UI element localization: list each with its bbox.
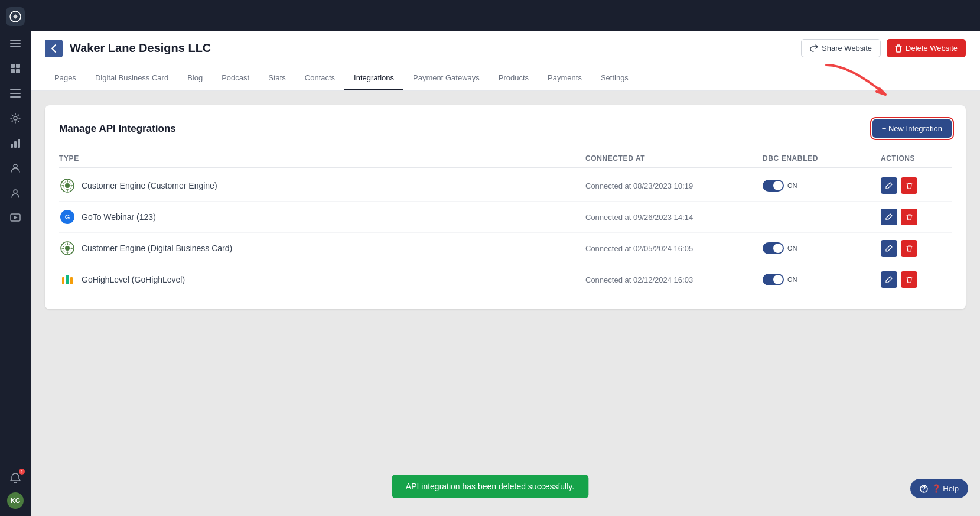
dbc-toggle-1: ON bbox=[763, 180, 881, 192]
edit-button-4[interactable] bbox=[881, 271, 897, 288]
sidebar-item-analytics[interactable] bbox=[5, 132, 26, 154]
new-integration-button[interactable]: + New Integration bbox=[872, 119, 952, 138]
dbc-toggle-4: ON bbox=[763, 274, 881, 285]
toggle-4[interactable] bbox=[763, 274, 784, 285]
sidebar: 1 KG bbox=[0, 0, 31, 516]
topbar bbox=[31, 0, 980, 31]
svg-rect-7 bbox=[16, 69, 20, 73]
delete-website-button[interactable]: Delete Website bbox=[887, 39, 966, 57]
sidebar-item-users[interactable] bbox=[5, 157, 26, 179]
actions-4 bbox=[881, 271, 952, 288]
sidebar-item-dashboard[interactable] bbox=[5, 58, 26, 79]
menu-toggle[interactable] bbox=[6, 34, 24, 52]
page-title: Waker Lane Designs LLC bbox=[70, 41, 801, 55]
edit-button-1[interactable] bbox=[881, 177, 897, 194]
actions-1 bbox=[881, 177, 952, 194]
col-connected-at: Connected At bbox=[585, 154, 763, 163]
svg-rect-14 bbox=[18, 139, 20, 148]
connected-at-1: Connected at 08/23/2023 10:19 bbox=[585, 181, 763, 190]
integration-name: Customer Engine (Customer Engine) bbox=[59, 177, 585, 194]
sidebar-item-media[interactable] bbox=[5, 207, 26, 228]
tab-digital-business-card[interactable]: Digital Business Card bbox=[86, 66, 178, 90]
page-area: Waker Lane Designs LLC Share Website Del… bbox=[31, 31, 980, 516]
svg-point-15 bbox=[14, 164, 17, 168]
col-dbc-enabled: DBC Enabled bbox=[763, 154, 881, 163]
tab-integrations[interactable]: Integrations bbox=[344, 66, 403, 90]
customer-engine-dbc-icon bbox=[59, 240, 76, 257]
tab-settings[interactable]: Settings bbox=[591, 66, 638, 90]
tab-payment-gateways[interactable]: Payment Gateways bbox=[403, 66, 489, 90]
tab-products[interactable]: Products bbox=[489, 66, 538, 90]
svg-rect-5 bbox=[16, 64, 20, 68]
actions-3 bbox=[881, 240, 952, 257]
edit-button-3[interactable] bbox=[881, 240, 897, 257]
svg-point-29 bbox=[923, 491, 924, 491]
card-title: Manage API Integrations bbox=[59, 123, 176, 135]
help-button[interactable]: ❓ Help bbox=[910, 479, 968, 498]
toggle-1[interactable] bbox=[763, 180, 784, 192]
nav-tabs: Pages Digital Business Card Blog Podcast… bbox=[31, 66, 980, 91]
svg-rect-6 bbox=[11, 69, 15, 73]
svg-point-11 bbox=[14, 116, 17, 120]
main-area: Waker Lane Designs LLC Share Website Del… bbox=[31, 0, 980, 516]
svg-rect-4 bbox=[11, 64, 15, 68]
sidebar-item-profile[interactable] bbox=[5, 182, 26, 203]
table-row: Customer Engine (Customer Engine) Connec… bbox=[59, 170, 952, 202]
notifications-icon[interactable]: 1 bbox=[5, 468, 26, 489]
svg-marker-18 bbox=[14, 216, 18, 219]
integration-name: Customer Engine (Digital Business Card) bbox=[59, 240, 585, 257]
connected-at-4: Connected at 02/12/2024 16:03 bbox=[585, 275, 763, 284]
svg-rect-1 bbox=[10, 40, 21, 41]
actions-2 bbox=[881, 209, 952, 225]
app-logo[interactable] bbox=[6, 7, 25, 26]
col-actions: Actions bbox=[881, 154, 952, 163]
card-header: Manage API Integrations + New Integratio… bbox=[59, 119, 952, 138]
header-bar: Waker Lane Designs LLC Share Website Del… bbox=[31, 31, 980, 66]
integrations-card: Manage API Integrations + New Integratio… bbox=[45, 105, 966, 309]
toggle-3[interactable] bbox=[763, 242, 784, 254]
tab-stats[interactable]: Stats bbox=[259, 66, 295, 90]
svg-rect-10 bbox=[10, 96, 21, 98]
tab-pages[interactable]: Pages bbox=[45, 66, 86, 90]
delete-button-2[interactable] bbox=[901, 209, 917, 225]
avatar[interactable]: KG bbox=[7, 492, 24, 509]
toast-notification: API integration has been deleted success… bbox=[392, 475, 588, 498]
delete-button-1[interactable] bbox=[901, 177, 917, 194]
svg-rect-9 bbox=[10, 93, 21, 94]
goto-webinar-icon: G bbox=[59, 209, 76, 225]
delete-button-4[interactable] bbox=[901, 271, 917, 288]
table-row: Customer Engine (Digital Business Card) … bbox=[59, 233, 952, 264]
connected-at-3: Connected at 02/05/2024 16:05 bbox=[585, 244, 763, 253]
svg-point-16 bbox=[14, 190, 17, 193]
connected-at-2: Connected at 09/26/2023 14:14 bbox=[585, 213, 763, 222]
tab-blog[interactable]: Blog bbox=[178, 66, 212, 90]
sidebar-item-settings[interactable] bbox=[5, 108, 26, 129]
content-area: Manage API Integrations + New Integratio… bbox=[31, 91, 980, 516]
svg-rect-25 bbox=[62, 277, 64, 284]
svg-rect-26 bbox=[66, 275, 69, 284]
svg-point-23 bbox=[65, 246, 70, 251]
tab-podcast[interactable]: Podcast bbox=[212, 66, 259, 90]
customer-engine-icon bbox=[59, 177, 76, 194]
svg-rect-13 bbox=[14, 141, 17, 148]
svg-rect-2 bbox=[10, 43, 21, 44]
sidebar-item-list[interactable] bbox=[5, 83, 26, 104]
svg-rect-12 bbox=[11, 144, 13, 148]
tab-contacts[interactable]: Contacts bbox=[295, 66, 344, 90]
header-actions: Share Website Delete Website bbox=[801, 39, 966, 57]
delete-button-3[interactable] bbox=[901, 240, 917, 257]
svg-rect-3 bbox=[10, 46, 21, 47]
notification-count: 1 bbox=[19, 469, 25, 475]
table-header: Type Connected At DBC Enabled Actions bbox=[59, 150, 952, 168]
gohighlevel-icon bbox=[59, 271, 76, 288]
integration-name: GoHighLevel (GoHighLevel) bbox=[59, 271, 585, 288]
dbc-toggle-3: ON bbox=[763, 242, 881, 254]
svg-rect-8 bbox=[10, 89, 21, 90]
svg-point-20 bbox=[65, 183, 70, 188]
col-type: Type bbox=[59, 154, 585, 163]
share-website-button[interactable]: Share Website bbox=[801, 39, 881, 57]
edit-button-2[interactable] bbox=[881, 209, 897, 225]
back-button[interactable] bbox=[45, 40, 63, 57]
svg-rect-27 bbox=[70, 277, 73, 284]
tab-payments[interactable]: Payments bbox=[538, 66, 591, 90]
